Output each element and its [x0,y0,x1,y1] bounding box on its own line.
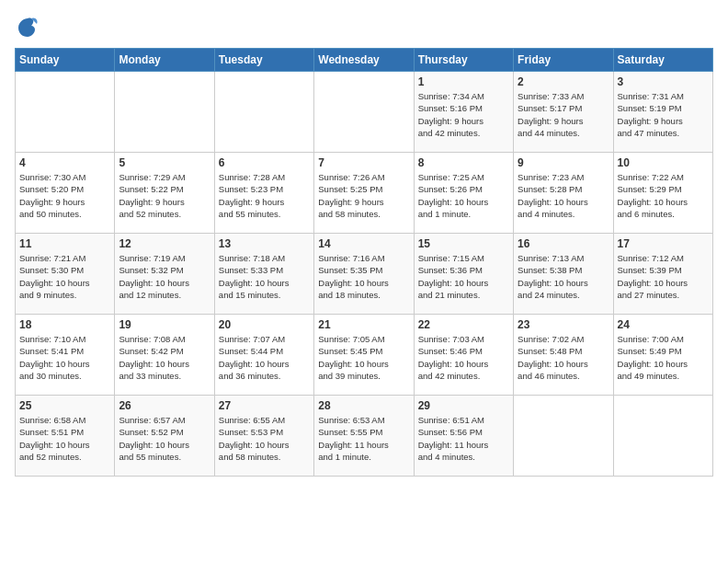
day-info: Sunrise: 7:21 AM Sunset: 5:30 PM Dayligh… [19,252,110,301]
day-number: 5 [119,156,210,169]
day-number: 16 [518,237,609,250]
calendar-week-row: 1Sunrise: 7:34 AM Sunset: 5:16 PM Daylig… [16,72,713,153]
day-number: 19 [119,318,210,331]
calendar-week-row: 11Sunrise: 7:21 AM Sunset: 5:30 PM Dayli… [16,234,713,315]
day-number: 18 [19,318,110,331]
day-number: 12 [119,237,210,250]
calendar-cell: 18Sunrise: 7:10 AM Sunset: 5:41 PM Dayli… [16,315,115,396]
day-info: Sunrise: 7:33 AM Sunset: 5:17 PM Dayligh… [518,90,609,139]
calendar-week-row: 18Sunrise: 7:10 AM Sunset: 5:41 PM Dayli… [16,315,713,396]
day-number: 29 [418,399,509,412]
day-info: Sunrise: 7:26 AM Sunset: 5:25 PM Dayligh… [318,171,409,220]
day-info: Sunrise: 7:31 AM Sunset: 5:19 PM Dayligh… [618,90,709,139]
calendar-cell: 6Sunrise: 7:28 AM Sunset: 5:23 PM Daylig… [214,153,313,234]
calendar-cell: 22Sunrise: 7:03 AM Sunset: 5:46 PM Dayli… [414,315,513,396]
day-info: Sunrise: 7:30 AM Sunset: 5:20 PM Dayligh… [19,171,110,220]
calendar-cell: 14Sunrise: 7:16 AM Sunset: 5:35 PM Dayli… [314,234,414,315]
day-number: 15 [418,237,509,250]
header-thursday: Thursday [414,49,513,72]
calendar-cell: 7Sunrise: 7:26 AM Sunset: 5:25 PM Daylig… [314,153,414,234]
day-number: 23 [518,318,609,331]
calendar-cell: 19Sunrise: 7:08 AM Sunset: 5:42 PM Dayli… [115,315,214,396]
day-number: 17 [618,237,709,250]
calendar-cell: 12Sunrise: 7:19 AM Sunset: 5:32 PM Dayli… [115,234,214,315]
calendar-cell: 21Sunrise: 7:05 AM Sunset: 5:45 PM Dayli… [314,315,414,396]
calendar-cell: 13Sunrise: 7:18 AM Sunset: 5:33 PM Dayli… [214,234,313,315]
day-info: Sunrise: 7:22 AM Sunset: 5:29 PM Dayligh… [618,171,709,220]
calendar-cell: 10Sunrise: 7:22 AM Sunset: 5:29 PM Dayli… [613,153,712,234]
day-info: Sunrise: 7:15 AM Sunset: 5:36 PM Dayligh… [418,252,509,301]
calendar-cell: 8Sunrise: 7:25 AM Sunset: 5:26 PM Daylig… [414,153,513,234]
day-number: 22 [418,318,509,331]
calendar-table: SundayMondayTuesdayWednesdayThursdayFrid… [15,48,713,477]
day-info: Sunrise: 7:08 AM Sunset: 5:42 PM Dayligh… [119,333,210,382]
day-number: 1 [418,75,509,88]
day-number: 4 [19,156,110,169]
header-monday: Monday [115,49,214,72]
day-info: Sunrise: 7:23 AM Sunset: 5:28 PM Dayligh… [518,171,609,220]
header-wednesday: Wednesday [314,49,414,72]
day-number: 20 [219,318,310,331]
calendar-cell: 4Sunrise: 7:30 AM Sunset: 5:20 PM Daylig… [16,153,115,234]
calendar-cell: 2Sunrise: 7:33 AM Sunset: 5:17 PM Daylig… [514,72,613,153]
calendar-header-row: SundayMondayTuesdayWednesdayThursdayFrid… [16,49,713,72]
calendar-week-row: 25Sunrise: 6:58 AM Sunset: 5:51 PM Dayli… [16,396,713,477]
day-number: 27 [219,399,310,412]
day-info: Sunrise: 6:57 AM Sunset: 5:52 PM Dayligh… [119,414,210,463]
calendar-cell: 17Sunrise: 7:12 AM Sunset: 5:39 PM Dayli… [613,234,712,315]
day-number: 21 [318,318,409,331]
day-info: Sunrise: 7:00 AM Sunset: 5:49 PM Dayligh… [618,333,709,382]
calendar-week-row: 4Sunrise: 7:30 AM Sunset: 5:20 PM Daylig… [16,153,713,234]
calendar-cell [314,72,414,153]
calendar-cell: 23Sunrise: 7:02 AM Sunset: 5:48 PM Dayli… [514,315,613,396]
calendar-cell [214,72,313,153]
day-number: 9 [518,156,609,169]
calendar-cell: 16Sunrise: 7:13 AM Sunset: 5:38 PM Dayli… [514,234,613,315]
calendar-cell: 11Sunrise: 7:21 AM Sunset: 5:30 PM Dayli… [16,234,115,315]
calendar-cell: 5Sunrise: 7:29 AM Sunset: 5:22 PM Daylig… [115,153,214,234]
day-info: Sunrise: 6:58 AM Sunset: 5:51 PM Dayligh… [19,414,110,463]
calendar-cell [115,72,214,153]
calendar-cell: 9Sunrise: 7:23 AM Sunset: 5:28 PM Daylig… [514,153,613,234]
calendar-cell: 20Sunrise: 7:07 AM Sunset: 5:44 PM Dayli… [214,315,313,396]
day-number: 26 [119,399,210,412]
day-number: 8 [418,156,509,169]
day-info: Sunrise: 7:02 AM Sunset: 5:48 PM Dayligh… [518,333,609,382]
day-info: Sunrise: 7:28 AM Sunset: 5:23 PM Dayligh… [219,171,310,220]
calendar-cell [514,396,613,477]
day-number: 6 [219,156,310,169]
day-info: Sunrise: 6:53 AM Sunset: 5:55 PM Dayligh… [318,414,409,463]
day-number: 25 [19,399,110,412]
day-number: 13 [219,237,310,250]
day-info: Sunrise: 7:16 AM Sunset: 5:35 PM Dayligh… [318,252,409,301]
day-info: Sunrise: 7:05 AM Sunset: 5:45 PM Dayligh… [318,333,409,382]
calendar-cell [613,396,712,477]
calendar-cell: 15Sunrise: 7:15 AM Sunset: 5:36 PM Dayli… [414,234,513,315]
page-header [15,15,713,40]
logo [15,15,44,40]
calendar-cell: 28Sunrise: 6:53 AM Sunset: 5:55 PM Dayli… [314,396,414,477]
day-number: 10 [618,156,709,169]
day-info: Sunrise: 7:29 AM Sunset: 5:22 PM Dayligh… [119,171,210,220]
day-number: 24 [618,318,709,331]
day-info: Sunrise: 7:12 AM Sunset: 5:39 PM Dayligh… [618,252,709,301]
calendar-cell [16,72,115,153]
day-info: Sunrise: 7:07 AM Sunset: 5:44 PM Dayligh… [219,333,310,382]
day-info: Sunrise: 6:51 AM Sunset: 5:56 PM Dayligh… [418,414,509,463]
day-info: Sunrise: 7:19 AM Sunset: 5:32 PM Dayligh… [119,252,210,301]
header-sunday: Sunday [16,49,115,72]
day-info: Sunrise: 7:18 AM Sunset: 5:33 PM Dayligh… [219,252,310,301]
calendar-cell: 1Sunrise: 7:34 AM Sunset: 5:16 PM Daylig… [414,72,513,153]
calendar-cell: 27Sunrise: 6:55 AM Sunset: 5:53 PM Dayli… [214,396,313,477]
calendar-cell: 29Sunrise: 6:51 AM Sunset: 5:56 PM Dayli… [414,396,513,477]
day-info: Sunrise: 7:13 AM Sunset: 5:38 PM Dayligh… [518,252,609,301]
calendar-cell: 24Sunrise: 7:00 AM Sunset: 5:49 PM Dayli… [613,315,712,396]
day-number: 7 [318,156,409,169]
header-tuesday: Tuesday [214,49,313,72]
day-number: 3 [618,75,709,88]
day-number: 28 [318,399,409,412]
day-number: 14 [318,237,409,250]
header-friday: Friday [514,49,613,72]
day-info: Sunrise: 6:55 AM Sunset: 5:53 PM Dayligh… [219,414,310,463]
day-info: Sunrise: 7:10 AM Sunset: 5:41 PM Dayligh… [19,333,110,382]
